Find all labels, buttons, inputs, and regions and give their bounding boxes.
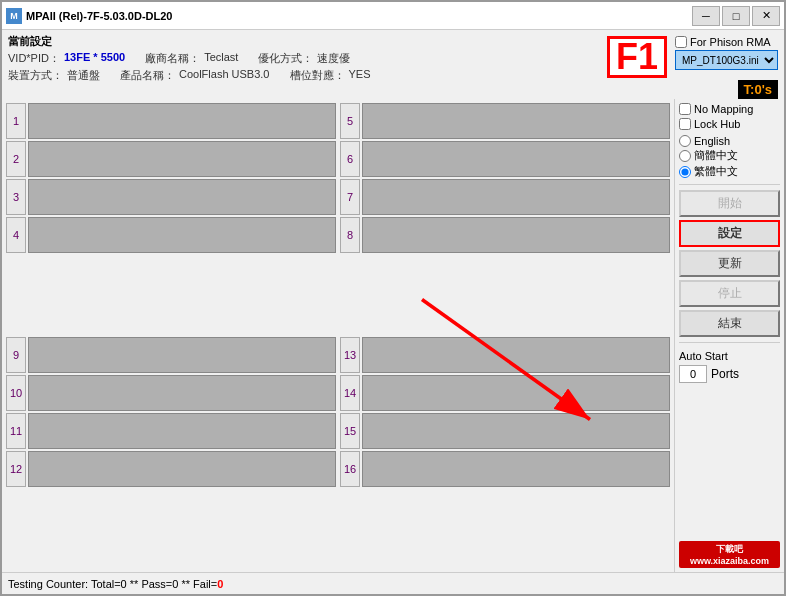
header-info: 當前設定 VID*PID： 13FE * 5500 廠商名稱： Teclast … <box>8 34 599 99</box>
port-bar-5 <box>362 103 670 139</box>
lock-hub-checkbox[interactable] <box>679 118 691 130</box>
radio-english-row: English <box>679 135 780 147</box>
minimize-button[interactable]: ─ <box>692 6 720 26</box>
port-bar-2 <box>28 141 336 177</box>
radio-english-label: English <box>694 135 730 147</box>
maximize-button[interactable]: □ <box>722 6 750 26</box>
port-row-3: 3 <box>6 179 336 215</box>
device-type-value: 普通盤 <box>67 68 100 83</box>
port-bar-1 <box>28 103 336 139</box>
ports-wrapper: 1 2 3 4 <box>2 99 674 572</box>
port-num-1[interactable]: 1 <box>6 103 26 139</box>
separator-2 <box>679 342 780 343</box>
close-button[interactable]: ✕ <box>752 6 780 26</box>
device-type-label: 裝置方式： <box>8 68 63 83</box>
optimize-value: 速度優 <box>317 51 350 66</box>
body-area: 1 2 3 4 <box>2 99 784 572</box>
auto-start-row: Auto Start <box>679 350 780 362</box>
app-icon: M <box>6 8 22 24</box>
end-button[interactable]: 結束 <box>679 310 780 337</box>
vid-pid-label: VID*PID： <box>8 51 60 66</box>
port-row-9: 9 <box>6 337 336 373</box>
port-row-4: 4 <box>6 217 336 253</box>
vid-pid-value: 13FE * 5500 <box>64 51 125 66</box>
main-window: M MPAII (Rel)-7F-5.03.0D-DL20 ─ □ ✕ 當前設定… <box>0 0 786 596</box>
lock-hub-label: Lock Hub <box>694 118 740 130</box>
fail-count: 0 <box>217 578 223 590</box>
radio-simplified-row: 簡體中文 <box>679 148 780 163</box>
port-bar-3 <box>28 179 336 215</box>
product-label: 產品名稱： <box>120 68 175 83</box>
port-bar-10 <box>28 375 336 411</box>
radio-simplified[interactable] <box>679 150 691 162</box>
port-row-10: 10 <box>6 375 336 411</box>
port-row-2: 2 <box>6 141 336 177</box>
port-row-5: 5 <box>340 103 670 139</box>
port-num-7[interactable]: 7 <box>340 179 360 215</box>
port-bar-8 <box>362 217 670 253</box>
port-row-1: 1 <box>6 103 336 139</box>
phison-rma-label: For Phison RMA <box>690 36 771 48</box>
port-num-10[interactable]: 10 <box>6 375 26 411</box>
port-num-2[interactable]: 2 <box>6 141 26 177</box>
ini-file-dropdown[interactable]: MP_DT100G3.ini <box>675 50 778 70</box>
stop-button[interactable]: 停止 <box>679 280 780 307</box>
no-mapping-label: No Mapping <box>694 103 753 115</box>
radio-traditional-row: 繁體中文 <box>679 164 780 179</box>
port-bar-14 <box>362 375 670 411</box>
port-row-6: 6 <box>340 141 670 177</box>
radio-traditional[interactable] <box>679 166 691 178</box>
port-num-14[interactable]: 14 <box>340 375 360 411</box>
radio-english[interactable] <box>679 135 691 147</box>
port-row-11: 11 <box>6 413 336 449</box>
ports-column-left-top: 1 2 3 4 <box>6 103 336 335</box>
port-row-14: 14 <box>340 375 670 411</box>
port-num-6[interactable]: 6 <box>340 141 360 177</box>
radio-simplified-label: 簡體中文 <box>694 148 738 163</box>
port-num-8[interactable]: 8 <box>340 217 360 253</box>
port-row-15: 15 <box>340 413 670 449</box>
start-button[interactable]: 開始 <box>679 190 780 217</box>
separator-1 <box>679 184 780 185</box>
sidebar: No Mapping Lock Hub English 簡體中文 繁體中文 <box>674 99 784 572</box>
ports-area: 1 2 3 4 <box>2 99 674 572</box>
port-bar-12 <box>28 451 336 487</box>
port-num-5[interactable]: 5 <box>340 103 360 139</box>
lock-hub-row: Lock Hub <box>679 118 780 130</box>
no-mapping-checkbox[interactable] <box>679 103 691 115</box>
port-row-7: 7 <box>340 179 670 215</box>
radio-traditional-label: 繁體中文 <box>694 164 738 179</box>
port-bar-9 <box>28 337 336 373</box>
port-bar-16 <box>362 451 670 487</box>
timer-display: T:0's <box>738 80 778 99</box>
port-bar-11 <box>28 413 336 449</box>
port-num-16[interactable]: 16 <box>340 451 360 487</box>
port-num-3[interactable]: 3 <box>6 179 26 215</box>
port-row-16: 16 <box>340 451 670 487</box>
window-controls: ─ □ ✕ <box>692 6 780 26</box>
vendor-label: 廠商名稱： <box>145 51 200 66</box>
port-row-8: 8 <box>340 217 670 253</box>
phison-rma-checkbox-row: For Phison RMA <box>675 36 778 48</box>
slot-value: YES <box>349 68 371 83</box>
settings-button[interactable]: 設定 <box>679 220 780 247</box>
port-num-15[interactable]: 15 <box>340 413 360 449</box>
port-num-9[interactable]: 9 <box>6 337 26 373</box>
product-value: CoolFlash USB3.0 <box>179 68 270 83</box>
phison-rma-checkbox[interactable] <box>675 36 687 48</box>
port-num-11[interactable]: 11 <box>6 413 26 449</box>
port-bar-6 <box>362 141 670 177</box>
port-num-13[interactable]: 13 <box>340 337 360 373</box>
port-num-4[interactable]: 4 <box>6 217 26 253</box>
no-mapping-row: No Mapping <box>679 103 780 115</box>
port-num-12[interactable]: 12 <box>6 451 26 487</box>
current-settings-label: 當前設定 <box>8 34 599 49</box>
vendor-value: Teclast <box>204 51 238 66</box>
auto-start-input[interactable]: 0 <box>679 365 707 383</box>
port-bar-15 <box>362 413 670 449</box>
status-text: Testing Counter: Total=0 ** Pass=0 ** Fa… <box>8 578 223 590</box>
ini-dropdown-row: MP_DT100G3.ini <box>675 50 778 70</box>
port-bar-13 <box>362 337 670 373</box>
ports-label: Ports <box>711 367 739 381</box>
update-button[interactable]: 更新 <box>679 250 780 277</box>
